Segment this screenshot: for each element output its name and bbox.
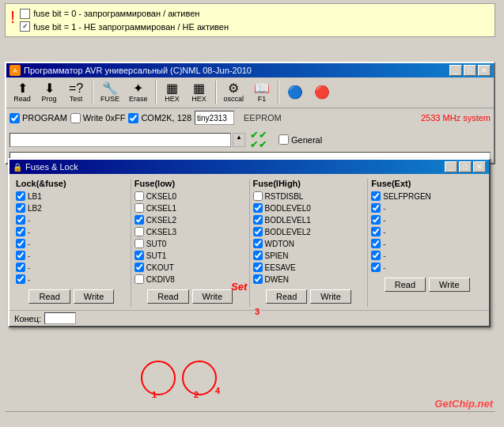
fuse-item: DWEN [253, 274, 365, 284]
ckout-checkbox[interactable] [135, 263, 144, 272]
bodlevel2-checkbox[interactable] [253, 227, 263, 236]
fuses-title-bar[interactable]: 🔒 Fuses & Lock _ □ ✕ [9, 160, 489, 174]
fuse-item: BODLEVEL2 [253, 227, 365, 236]
lock4-checkbox[interactable] [16, 227, 25, 236]
program-checkbox[interactable] [9, 113, 20, 123]
eesave-checkbox[interactable] [253, 263, 263, 272]
fuse-ext-col-header: Fuse(Ext) [371, 179, 483, 188]
fuse-item: CKDIV8 [135, 274, 246, 284]
fuse-low-col-header: Fuse(low) [135, 179, 246, 188]
f1-label: F1 [258, 95, 267, 103]
bodlevel1-checkbox[interactable] [253, 215, 263, 225]
btn10-toolbar[interactable]: 🔴 [309, 84, 335, 101]
avr-title-icon: A [9, 65, 21, 76]
fuse-item: BODLEVEL0 [253, 203, 365, 213]
fuse-high-read-button[interactable]: Read [266, 289, 307, 304]
fuse-ext-write-button[interactable]: Write [429, 278, 469, 292]
num-2-annotation: 2 [194, 390, 199, 399]
general-checkbox-label[interactable]: General [279, 134, 322, 145]
lock7-checkbox[interactable] [16, 263, 25, 272]
prog-area: PROGRAM Write 0xFF COM2K, 128 tiny2313 E… [6, 108, 494, 129]
ckdiv8-checkbox[interactable] [135, 274, 144, 284]
f1-toolbar-button[interactable]: 📖 F1 [249, 80, 275, 105]
file-path-input[interactable] [9, 133, 231, 147]
lock-write-button[interactable]: Write [74, 289, 114, 304]
lock3-checkbox[interactable] [16, 215, 25, 225]
num-1-annotation: 1 [152, 390, 157, 399]
fuses-close-button[interactable]: ✕ [473, 161, 486, 172]
write-checkbox-label[interactable]: Write 0xFF [70, 113, 126, 123]
com-checkbox[interactable] [128, 113, 138, 123]
hex1-label: HEX [165, 95, 180, 103]
fuses-maximize-button[interactable]: □ [459, 161, 472, 172]
fuse-low-write-button[interactable]: Write [192, 289, 233, 304]
fuse-item: - [16, 251, 127, 260]
avr-close-button[interactable]: ✕ [478, 65, 491, 76]
arrow-row2: ✔ ✔ [250, 140, 267, 149]
bodlevel0-checkbox[interactable] [253, 203, 263, 213]
fuse-low-read-button[interactable]: Read [147, 289, 188, 304]
test-toolbar-button[interactable]: =? Test [63, 80, 89, 105]
avr-minimize-button[interactable]: _ [449, 65, 462, 76]
lock8-checkbox[interactable] [16, 274, 25, 284]
hex2-toolbar-button[interactable]: ▦ HEX [187, 80, 212, 105]
avr-maximize-button[interactable]: □ [464, 65, 476, 76]
tiny-input[interactable]: tiny2313 [195, 111, 234, 125]
fuse-toolbar-button[interactable]: 🔧 FUSE [97, 80, 123, 105]
lock6-checkbox[interactable] [16, 251, 25, 260]
write-label: Write 0xFF [83, 113, 126, 123]
f1-icon: 📖 [254, 82, 270, 95]
sut0-checkbox[interactable] [135, 239, 144, 248]
fuse-item: - [371, 215, 483, 225]
cksel0-checkbox[interactable] [135, 191, 144, 201]
avr-title-bar[interactable]: A Программатор AVR универсальный (С)NML … [6, 63, 494, 77]
spien-checkbox[interactable] [253, 251, 263, 260]
lock5-checkbox[interactable] [16, 239, 25, 248]
wdton-checkbox[interactable] [253, 239, 263, 248]
ext2-checkbox[interactable] [371, 203, 381, 213]
cksel1-checkbox[interactable] [135, 203, 144, 213]
fuse-item: CKSEL1 [135, 203, 246, 213]
cksel3-checkbox[interactable] [135, 227, 144, 236]
fuse-item: EESAVE [253, 263, 365, 272]
dwen-checkbox[interactable] [253, 274, 263, 284]
lb1-checkbox[interactable] [16, 191, 25, 201]
osccal-icon: ⚙ [228, 82, 239, 95]
general-checkbox[interactable] [279, 134, 289, 145]
fuse-item: SUT1 [135, 251, 246, 260]
program-checkbox-label[interactable]: PROGRAM [9, 113, 67, 123]
eeprom-label: EEPROM [244, 113, 282, 123]
konets-input[interactable] [44, 312, 76, 324]
cksel2-checkbox[interactable] [135, 215, 144, 225]
fuses-minimize-button[interactable]: _ [445, 161, 457, 172]
rstdisbl-checkbox[interactable] [253, 191, 263, 201]
hex1-toolbar-button[interactable]: ▦ HEX [160, 80, 185, 105]
erase-toolbar-button[interactable]: ✦ Erase [125, 80, 152, 105]
ext4-checkbox[interactable] [371, 227, 381, 236]
scroll-up[interactable]: ▲ [233, 133, 245, 147]
fuse-item: WDTON [253, 239, 365, 248]
com-checkbox-label[interactable]: COM2K, 128 [128, 113, 191, 123]
avr-title-text: Программатор AVR универсальный (С)NML 08… [24, 66, 252, 75]
program-label: PROGRAM [22, 113, 67, 123]
write-checkbox[interactable] [70, 113, 81, 123]
selfprgen-checkbox[interactable] [371, 191, 381, 201]
fuse-high-write-button[interactable]: Write [310, 289, 351, 304]
lock-read-button[interactable]: Read [28, 289, 70, 304]
mhz-label: 2533 MHz system [421, 113, 491, 123]
prog-toolbar-button[interactable]: ⬇ Prog [36, 80, 62, 105]
sut1-checkbox[interactable] [135, 251, 144, 260]
fuse-ext-read-button[interactable]: Read [385, 278, 426, 292]
ext5-checkbox[interactable] [371, 239, 381, 248]
osccal-toolbar-button[interactable]: ⚙ osccal [220, 80, 248, 105]
fuses-title-text: Fuses & Lock [25, 162, 78, 172]
ext3-checkbox[interactable] [371, 215, 381, 225]
ext6-checkbox[interactable] [371, 251, 381, 260]
ext7-checkbox[interactable] [371, 263, 381, 272]
lb2-checkbox[interactable] [16, 203, 25, 213]
fuse-item: - [371, 263, 483, 272]
toolbar-sep3 [215, 81, 217, 104]
fuse-icon: 🔧 [102, 82, 118, 95]
btn9-toolbar[interactable]: 🔵 [282, 84, 308, 101]
read-toolbar-button[interactable]: ⬆ Read [9, 80, 35, 105]
